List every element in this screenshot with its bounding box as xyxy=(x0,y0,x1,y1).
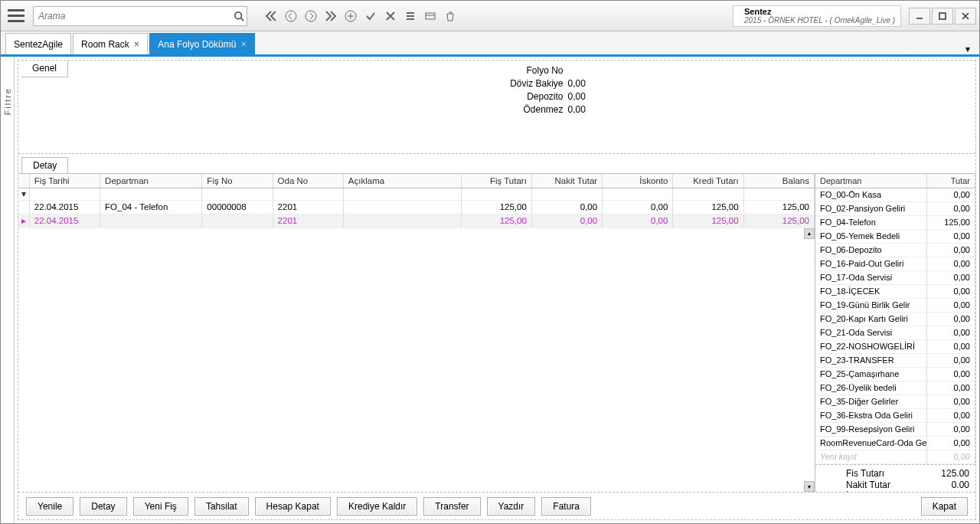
yeni-fiş-button[interactable]: Yeni Fiş xyxy=(133,497,188,516)
column-header[interactable]: Fiş Tarihi xyxy=(29,174,100,188)
yazdır-button[interactable]: Yazdır xyxy=(487,497,536,516)
filter-cell[interactable] xyxy=(100,188,202,200)
next-icon[interactable] xyxy=(301,6,321,26)
cell: FO_04-Telefon xyxy=(815,215,927,229)
column-header[interactable]: Nakit Tutar xyxy=(531,174,602,188)
tahsilat-button[interactable]: Tahsilat xyxy=(194,497,249,516)
filter-cell[interactable] xyxy=(343,188,461,200)
table-row[interactable]: FO_06-Depozito0,00 xyxy=(815,243,975,257)
add-icon[interactable] xyxy=(341,6,361,26)
search-input[interactable] xyxy=(33,6,247,26)
cell: 125,00 xyxy=(461,214,531,228)
filter-cell[interactable] xyxy=(273,188,343,200)
table-row[interactable]: FO_22-NOSHOWGELİRİ0,00 xyxy=(815,339,975,353)
general-tab[interactable]: Genel xyxy=(21,61,68,77)
filter-label: Filtre xyxy=(3,87,12,115)
department-table[interactable]: DepartmanTutarFO_00-Ön Kasa0,00FO_02-Pan… xyxy=(815,174,975,464)
filter-cell[interactable] xyxy=(603,188,673,200)
table-row[interactable]: FO_99-Resepsiyon Geliri0,00 xyxy=(815,422,975,436)
scroll-up-icon[interactable]: ▴ xyxy=(804,228,815,239)
column-header[interactable]: Kredi Tutarı xyxy=(673,174,743,188)
cell: FO_99-Resepsiyon Geliri xyxy=(815,422,927,436)
close-button[interactable] xyxy=(955,8,976,25)
maximize-button[interactable] xyxy=(932,8,953,25)
tab-sentezagile[interactable]: SentezAgile xyxy=(5,33,71,54)
tab-label: Ana Folyo Dökümü xyxy=(158,39,236,50)
tabs-overflow-icon[interactable]: ▾ xyxy=(961,44,975,54)
close-panel-button[interactable]: Kapat xyxy=(921,497,968,516)
detail-tab[interactable]: Detay xyxy=(21,157,68,173)
tab-ana-folyo-dökümü[interactable]: Ana Folyo Dökümü× xyxy=(149,33,255,54)
cell: 0,00 xyxy=(927,436,975,450)
column-header[interactable]: Oda No xyxy=(273,174,343,188)
table-row[interactable]: FO_16-Paid-Out Geliri0,00 xyxy=(815,257,975,270)
cell: 0,00 xyxy=(927,284,975,298)
filter-cell[interactable] xyxy=(673,188,743,200)
table-row[interactable]: FO_35-Diğer Gelirler0,00 xyxy=(815,395,975,408)
filter-indicator-icon[interactable]: ▾ xyxy=(18,188,29,200)
column-header[interactable]: Fiş No xyxy=(202,174,273,188)
table-row[interactable]: FO_21-Oda Servisi0,00 xyxy=(815,326,975,339)
tab-close-icon[interactable]: × xyxy=(134,38,140,50)
cell: FO_22-NOSHOWGELİRİ xyxy=(815,339,927,353)
cell: FO_36-Ekstra Oda Geliri xyxy=(815,408,927,422)
yenile-button[interactable]: Yenile xyxy=(26,497,74,516)
general-label: Depozito xyxy=(527,91,563,102)
table-row[interactable]: FO_19-Günü Birlik Gelir0,00 xyxy=(815,298,975,312)
list-icon[interactable] xyxy=(400,6,420,26)
filter-cell[interactable] xyxy=(743,188,814,200)
table-row[interactable]: FO_04-Telefon125,00 xyxy=(815,215,975,229)
column-header[interactable]: Tutar xyxy=(927,174,975,188)
table-row[interactable]: FO_00-Ön Kasa0,00 xyxy=(815,188,975,201)
table-row[interactable]: FO_20-Kapı Kartı Geliri0,00 xyxy=(815,312,975,326)
table-row[interactable]: FO_36-Ekstra Oda Geliri0,00 xyxy=(815,408,975,422)
tab-room-rack[interactable]: Room Rack× xyxy=(73,33,148,54)
table-row[interactable]: ▸22.04.20152201125,000,000,00125,00125,0… xyxy=(18,214,815,228)
cell: FO_06-Depozito xyxy=(815,243,927,257)
column-header[interactable]: İskonto xyxy=(603,174,673,188)
new-row[interactable]: Yeni kayıt0,00 xyxy=(815,450,975,463)
cell: FO_19-Günü Birlik Gelir xyxy=(815,298,927,312)
table-row[interactable]: RoomRevenueCard-Oda Ge0,00 xyxy=(815,436,975,450)
filter-sidebar[interactable]: Filtre xyxy=(1,57,15,523)
transfer-button[interactable]: Transfer xyxy=(423,497,480,516)
delete-icon[interactable] xyxy=(440,6,460,26)
filter-cell[interactable] xyxy=(531,188,602,200)
column-header[interactable]: Açıklama xyxy=(343,174,461,188)
table-row[interactable]: FO_02-Pansiyon Geliri0,00 xyxy=(815,201,975,215)
cancel-icon[interactable] xyxy=(381,6,400,26)
table-row[interactable]: 22.04.2015FO_04 - Telefon000000082201125… xyxy=(18,200,815,214)
table-row[interactable]: FO_05-Yemek Bedeli0,00 xyxy=(815,229,975,243)
card-icon[interactable] xyxy=(420,6,440,26)
minimize-button[interactable] xyxy=(909,8,930,25)
table-row[interactable]: FO_17-Oda Servisi0,00 xyxy=(815,270,975,284)
table-row[interactable]: FO_23-TRANSFER0,00 xyxy=(815,353,975,367)
first-icon[interactable] xyxy=(261,6,281,26)
filter-cell[interactable] xyxy=(202,188,273,200)
menu-icon[interactable] xyxy=(4,4,28,28)
cell: 125,00 xyxy=(461,200,531,214)
check-icon[interactable] xyxy=(361,6,381,26)
prev-icon[interactable] xyxy=(281,6,301,26)
krediye-kaldır-button[interactable]: Krediye Kaldır xyxy=(337,497,417,516)
table-row[interactable]: FO_26-Üyelik bedeli0,00 xyxy=(815,381,975,395)
filter-cell[interactable] xyxy=(29,188,100,200)
column-header[interactable]: Departman xyxy=(815,174,927,188)
detay-button[interactable]: Detay xyxy=(80,497,126,516)
detail-table[interactable]: Fiş TarihiDepartmanFiş NoOda NoAçıklamaF… xyxy=(18,174,815,228)
scroll-down-icon[interactable]: ▾ xyxy=(804,481,815,492)
cell: 0,00 xyxy=(927,229,975,243)
hesap-kapat-button[interactable]: Hesap Kapat xyxy=(255,497,331,516)
last-icon[interactable] xyxy=(321,6,341,26)
table-row[interactable]: FO_25-Çamaşırhane0,00 xyxy=(815,367,975,381)
fatura-button[interactable]: Fatura xyxy=(541,497,591,516)
column-header[interactable]: Departman xyxy=(100,174,202,188)
column-header[interactable]: Fiş Tutarı xyxy=(461,174,531,188)
summary-panel: Fis Tutarı125.00Nakit Tutar0.00İskonto0.… xyxy=(815,464,975,493)
table-row[interactable]: FO_18-İÇECEK0,00 xyxy=(815,284,975,298)
tab-close-icon[interactable]: × xyxy=(240,38,247,50)
user-panel[interactable]: Sentez 2015 - ÖRNEK HOTEL - ( OrnekAgile… xyxy=(733,5,901,27)
column-header[interactable]: Balans xyxy=(743,174,814,188)
filter-cell[interactable] xyxy=(461,188,531,200)
cell: 00000008 xyxy=(202,200,273,214)
